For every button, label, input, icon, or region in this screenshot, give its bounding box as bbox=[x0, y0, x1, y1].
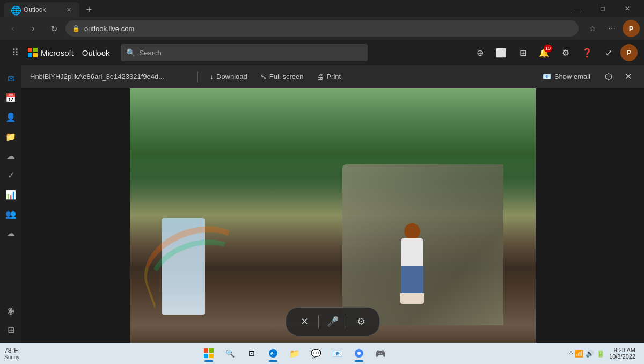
volume-icon[interactable]: 🔊 bbox=[586, 350, 594, 358]
toolbar-separator-1 bbox=[197, 71, 198, 82]
microsoft-text: Microsoft bbox=[41, 48, 74, 57]
browser-settings-button[interactable]: ⋯ bbox=[603, 20, 620, 37]
taskbar-search-button[interactable]: 🔍 bbox=[221, 344, 240, 363]
taskbar-mail-button[interactable]: 📧 bbox=[328, 344, 347, 363]
sidebar-icon-onedrive[interactable]: ☁ bbox=[2, 224, 19, 242]
person-body bbox=[401, 238, 423, 268]
show-email-icon: 📧 bbox=[543, 72, 551, 81]
filename-text: HnblBlYHJ2pilkAe86arl_8e1423321f9e4d... bbox=[30, 72, 191, 81]
outlook-app-name: Outlook bbox=[82, 48, 110, 57]
lock-icon: 🔒 bbox=[72, 25, 80, 32]
print-label: Print bbox=[326, 72, 341, 81]
time-text: 9:28 AM bbox=[609, 347, 635, 353]
image-toolbar: HnblBlYHJ2pilkAe86arl_8e1423321f9e4d... … bbox=[21, 65, 644, 88]
svg-point-7 bbox=[357, 352, 361, 355]
sidebar-icon-chart[interactable]: 📊 bbox=[2, 186, 19, 203]
teams-button[interactable]: ⬜ bbox=[492, 43, 511, 62]
sidebar-icon-calendar[interactable]: 📅 bbox=[2, 89, 19, 106]
person-pants bbox=[401, 266, 423, 296]
download-icon: ↓ bbox=[210, 72, 214, 81]
floating-settings-button[interactable]: ⚙ bbox=[352, 312, 371, 331]
new-tab-button[interactable]: + bbox=[82, 2, 97, 17]
expand-button[interactable]: ⤢ bbox=[599, 43, 618, 62]
profile-button[interactable]: P bbox=[623, 20, 640, 37]
favorites-button[interactable]: ☆ bbox=[584, 20, 601, 37]
header-actions: ⊕ ⬜ ⊞ 🔔 10 ⚙ ❓ ⤢ P bbox=[470, 43, 638, 62]
svg-rect-1 bbox=[209, 348, 214, 353]
person-head bbox=[404, 223, 420, 239]
forward-button[interactable]: › bbox=[25, 20, 42, 37]
refresh-button[interactable]: ↻ bbox=[45, 20, 62, 37]
sidebar-icon-people[interactable]: 👤 bbox=[2, 108, 19, 126]
browser-frame: 🌐 Outlook ✕ + — □ ✕ ‹ › ↻ 🔒 outlook.live… bbox=[0, 0, 644, 364]
sidebar-icon-files[interactable]: 📁 bbox=[2, 128, 19, 145]
search-bar[interactable]: 🔍 Search bbox=[121, 44, 368, 61]
main-content: HnblBlYHJ2pilkAe86arl_8e1423321f9e4d... … bbox=[21, 65, 644, 343]
sidebar-icon-teams[interactable]: 👥 bbox=[2, 205, 19, 222]
fullscreen-button[interactable]: ⤡ Full screen bbox=[255, 70, 309, 83]
download-label: Download bbox=[216, 72, 247, 81]
sidebar-icon-cloud[interactable]: ☁ bbox=[2, 147, 19, 164]
share-button[interactable]: ⊕ bbox=[470, 43, 489, 62]
back-button[interactable]: ‹ bbox=[4, 20, 21, 37]
chrome-icon bbox=[354, 348, 364, 358]
ms-logo-red bbox=[28, 48, 32, 52]
outlook-header: ⠿ Microsoft Outlook 🔍 Search ⊕ ⬜ ⊞ bbox=[0, 40, 644, 65]
waffle-menu-icon[interactable]: ⠿ bbox=[6, 44, 24, 61]
close-image-button[interactable]: ✕ bbox=[620, 69, 635, 84]
help-button[interactable]: ❓ bbox=[577, 43, 597, 62]
clock[interactable]: 9:28 AM 10/8/2022 bbox=[609, 347, 635, 360]
floating-toolbar: ✕ 🎤 ⚙ bbox=[286, 307, 380, 336]
floating-mic-button[interactable]: 🎤 bbox=[323, 312, 342, 331]
taskbar-game-button[interactable]: 🎮 bbox=[371, 344, 390, 363]
notifications-button[interactable]: 🔔 10 bbox=[535, 43, 554, 62]
show-email-button[interactable]: 📧 Show email bbox=[536, 70, 597, 83]
chevron-icon[interactable]: ^ bbox=[569, 350, 573, 358]
floating-close-button[interactable]: ✕ bbox=[295, 312, 314, 331]
ms-logo-blue bbox=[28, 53, 32, 57]
active-tab[interactable]: 🌐 Outlook ✕ bbox=[4, 2, 79, 17]
taskbar-chat-button[interactable]: 💬 bbox=[306, 344, 326, 363]
sidebar-icon-circle[interactable]: ◉ bbox=[2, 302, 19, 319]
download-button[interactable]: ↓ Download bbox=[204, 70, 253, 83]
taskbar: 78°F Sunny 🔍 ⊡ e 📁 � bbox=[0, 343, 644, 364]
microsoft-logo: Microsoft bbox=[28, 48, 74, 57]
taskbar-center: 🔍 ⊡ e 📁 💬 📧 🎮 bbox=[19, 344, 569, 363]
ms-logo-yellow bbox=[33, 53, 38, 57]
taskbar-edge-button[interactable]: e bbox=[264, 344, 283, 363]
popout-button[interactable]: ⬡ bbox=[601, 69, 616, 84]
taskbar-chrome-button[interactable] bbox=[349, 344, 369, 363]
wifi-icon[interactable]: 📶 bbox=[575, 350, 583, 358]
sidebar-icon-grid[interactable]: ⊞ bbox=[2, 321, 19, 338]
user-avatar[interactable]: P bbox=[620, 44, 638, 61]
address-text: outlook.live.com bbox=[84, 25, 572, 33]
taskbar-left: 78°F Sunny bbox=[4, 347, 19, 360]
close-window-button[interactable]: ✕ bbox=[615, 0, 640, 17]
apps-button[interactable]: ⊞ bbox=[513, 43, 532, 62]
person bbox=[396, 223, 428, 304]
notification-badge: 10 bbox=[544, 45, 552, 52]
image-container: ✕ 🎤 ⚙ bbox=[21, 88, 644, 343]
taskbar-start-button[interactable] bbox=[199, 344, 218, 363]
tab-close-button[interactable]: ✕ bbox=[64, 5, 73, 14]
toolbar-right: 📧 Show email ⬡ ✕ bbox=[536, 69, 635, 84]
sidebar-icon-todo[interactable]: ✓ bbox=[2, 166, 19, 184]
address-bar[interactable]: 🔒 outlook.live.com bbox=[65, 20, 579, 37]
settings-button[interactable]: ⚙ bbox=[556, 43, 575, 62]
print-icon: 🖨 bbox=[316, 72, 324, 81]
search-placeholder: Search bbox=[140, 49, 162, 57]
svg-rect-0 bbox=[204, 348, 208, 353]
sidebar-icon-mail[interactable]: ✉ bbox=[2, 70, 19, 87]
maximize-button[interactable]: □ bbox=[590, 0, 615, 17]
taskbar-explorer-button[interactable]: 📁 bbox=[285, 344, 304, 363]
ms-logo-squares bbox=[28, 48, 38, 57]
battery-icon[interactable]: 🔋 bbox=[596, 350, 605, 358]
taskbar-taskview-button[interactable]: ⊡ bbox=[242, 344, 261, 363]
sidebar: ✉ 📅 👤 📁 ☁ ✓ 📊 👥 ☁ ◉ ⊞ bbox=[0, 65, 21, 343]
svg-text:e: e bbox=[270, 351, 274, 356]
print-button[interactable]: 🖨 Print bbox=[311, 70, 346, 83]
profile-avatar[interactable]: P bbox=[623, 20, 640, 37]
photo-wrapper: ✕ 🎤 ⚙ bbox=[130, 88, 536, 343]
svg-rect-2 bbox=[204, 354, 208, 358]
minimize-button[interactable]: — bbox=[566, 0, 590, 17]
